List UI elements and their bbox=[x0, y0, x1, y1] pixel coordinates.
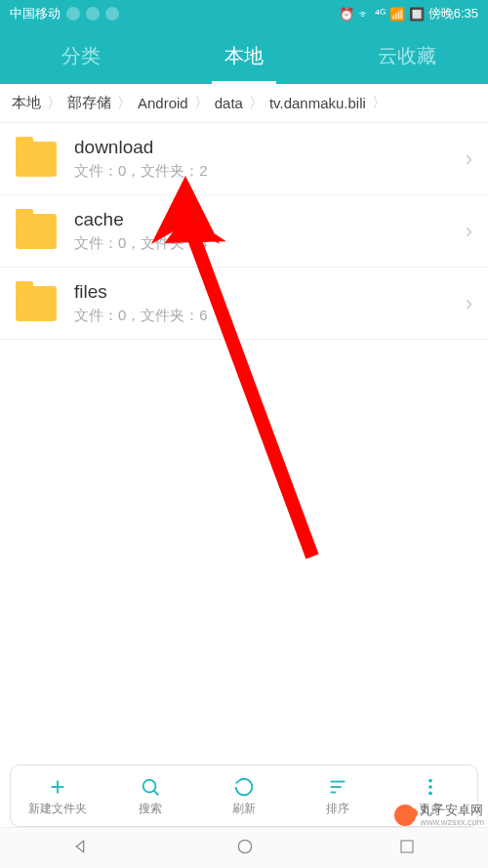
search-icon bbox=[140, 775, 161, 799]
chevron-right-icon: 〉 bbox=[115, 94, 134, 112]
chevron-right-icon: 〉 bbox=[247, 94, 265, 112]
battery-icon: 🔲 bbox=[409, 7, 425, 21]
notif-dot-1 bbox=[66, 7, 80, 21]
crumb-local[interactable]: 本地 bbox=[8, 94, 45, 112]
notif-dot-3 bbox=[105, 7, 119, 21]
file-info: files 文件：0，文件夹：6 bbox=[74, 281, 466, 325]
wifi-icon: ᯤ bbox=[358, 7, 371, 21]
svg-line-7 bbox=[154, 790, 159, 795]
crumb-storage[interactable]: 部存储 bbox=[63, 94, 115, 112]
watermark-url: www.wzsxx.com bbox=[420, 817, 484, 827]
folder-meta: 文件：0，文件夹：4 bbox=[74, 234, 466, 253]
folder-icon bbox=[16, 286, 57, 321]
folder-icon bbox=[16, 214, 57, 249]
folder-icon bbox=[16, 142, 57, 177]
button-label: 排序 bbox=[326, 801, 349, 817]
notif-dot-2 bbox=[86, 7, 100, 21]
button-label: 搜索 bbox=[139, 801, 162, 817]
top-tabs: 分类 本地 云收藏 bbox=[0, 27, 488, 84]
search-button[interactable]: 搜索 bbox=[104, 765, 198, 826]
file-info: download 文件：0，文件夹：2 bbox=[74, 137, 466, 181]
file-list: download 文件：0，文件夹：2 › cache 文件：0，文件夹：4 ›… bbox=[0, 123, 488, 340]
nav-back-button[interactable] bbox=[72, 837, 92, 860]
chevron-right-icon: › bbox=[466, 291, 472, 316]
status-left: 中国移动 bbox=[10, 5, 119, 22]
svg-marker-14 bbox=[76, 841, 84, 852]
network-icon: ⁴ᴳ bbox=[375, 7, 386, 21]
folder-row-download[interactable]: download 文件：0，文件夹：2 › bbox=[0, 123, 488, 195]
sort-icon bbox=[327, 775, 348, 799]
new-folder-button[interactable]: 新建文件夹 bbox=[11, 765, 104, 826]
svg-point-11 bbox=[428, 778, 432, 782]
svg-point-6 bbox=[143, 779, 156, 792]
button-label: 刷新 bbox=[232, 801, 256, 817]
nav-home-button[interactable] bbox=[235, 837, 255, 860]
tab-label: 本地 bbox=[224, 43, 264, 69]
folder-name: download bbox=[74, 137, 466, 158]
plus-icon bbox=[47, 775, 68, 799]
crumb-android[interactable]: Android bbox=[134, 95, 192, 111]
alarm-icon: ⏰ bbox=[339, 7, 354, 21]
folder-meta: 文件：0，文件夹：2 bbox=[74, 162, 466, 181]
sort-button[interactable]: 排序 bbox=[291, 765, 385, 826]
file-info: cache 文件：0，文件夹：4 bbox=[74, 209, 466, 253]
status-bar: 中国移动 ⏰ ᯤ ⁴ᴳ 📶 🔲 傍晚6:35 bbox=[0, 0, 488, 27]
chevron-right-icon: 〉 bbox=[192, 94, 211, 112]
chevron-right-icon: 〉 bbox=[370, 94, 388, 112]
watermark-logo-icon bbox=[394, 805, 416, 826]
crumb-data[interactable]: data bbox=[211, 95, 247, 111]
chevron-right-icon: › bbox=[466, 219, 472, 244]
folder-meta: 文件：0，文件夹：6 bbox=[74, 307, 466, 325]
more-icon bbox=[420, 775, 441, 799]
crumb-bili[interactable]: tv.danmaku.bili bbox=[265, 95, 370, 111]
system-nav-bar bbox=[0, 827, 488, 868]
refresh-button[interactable]: 刷新 bbox=[197, 765, 291, 826]
folder-name: cache bbox=[74, 209, 466, 230]
tab-label: 云收藏 bbox=[378, 43, 436, 69]
tab-local[interactable]: 本地 bbox=[163, 27, 326, 84]
folder-row-files[interactable]: files 文件：0，文件夹：6 › bbox=[0, 268, 488, 340]
watermark-title: 丸子安卓网 bbox=[420, 804, 484, 817]
refresh-icon bbox=[233, 775, 255, 799]
signal-icon: 📶 bbox=[389, 7, 405, 21]
tab-cloud[interactable]: 云收藏 bbox=[325, 27, 488, 84]
chevron-right-icon: › bbox=[466, 146, 472, 172]
chevron-right-icon: 〉 bbox=[45, 94, 63, 112]
svg-rect-16 bbox=[401, 841, 413, 852]
svg-point-12 bbox=[428, 785, 432, 789]
svg-point-13 bbox=[428, 791, 432, 795]
status-right: ⏰ ᯤ ⁴ᴳ 📶 🔲 傍晚6:35 bbox=[339, 5, 478, 22]
watermark: 丸子安卓网 www.wzsxx.com bbox=[394, 804, 484, 827]
folder-name: files bbox=[74, 281, 466, 303]
breadcrumb[interactable]: 本地 〉 部存储 〉 Android 〉 data 〉 tv.danmaku.b… bbox=[0, 84, 488, 123]
folder-row-cache[interactable]: cache 文件：0，文件夹：4 › bbox=[0, 195, 488, 268]
button-label: 新建文件夹 bbox=[28, 801, 87, 817]
svg-point-15 bbox=[238, 840, 251, 852]
tab-label: 分类 bbox=[61, 43, 101, 69]
clock-label: 傍晚6:35 bbox=[428, 5, 478, 22]
nav-recent-button[interactable] bbox=[398, 838, 416, 859]
tab-category[interactable]: 分类 bbox=[0, 27, 163, 84]
carrier-label: 中国移动 bbox=[10, 5, 61, 22]
